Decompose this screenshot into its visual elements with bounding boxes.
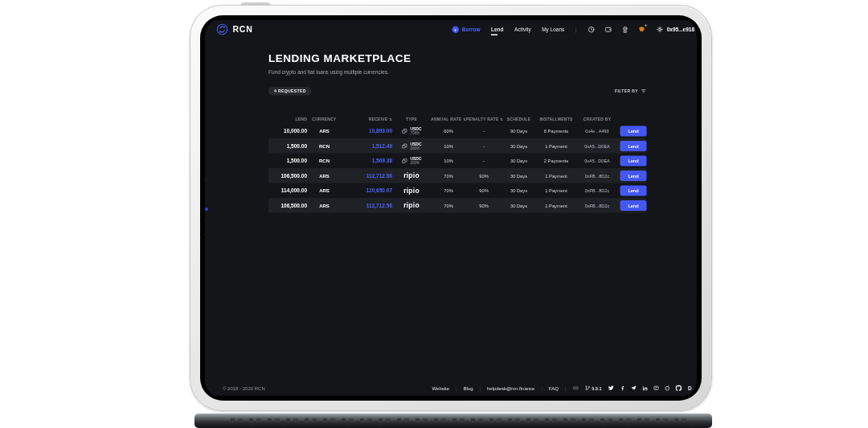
loan-row: 106,500.00 ARS 112,712.56 ripio 70% 90% … <box>268 198 646 213</box>
wallet-icon[interactable] <box>604 26 612 33</box>
tablet-screen: RCN + Borrow Lend Activity My Loans | <box>200 15 702 401</box>
header-currency: CURRENCY <box>307 117 342 121</box>
installments: 2 Payments <box>536 158 576 163</box>
copyright: © 2018 - 2020 RCN <box>223 385 265 391</box>
lend-button[interactable]: Lend <box>620 200 647 211</box>
installments: 1 Payment <box>536 188 576 193</box>
header-lend: LEND <box>268 117 307 121</box>
collateral-type: USDC 200% <box>392 142 431 150</box>
lend-currency: ARS <box>307 128 342 134</box>
created-by-address[interactable]: 0xFB...8D2c <box>576 203 618 208</box>
history-clock-icon[interactable] <box>588 26 595 33</box>
page-title: LENDING MARKETPLACE <box>268 52 646 65</box>
loans-table: LEND CURRENCY RECEIVE TYPE ANNUAL RATE P… <box>268 115 646 213</box>
lend-currency: ARS <box>307 203 342 208</box>
ripio-logo: ripio <box>403 171 420 179</box>
lend-currency: ARS <box>307 173 342 179</box>
table-body: 10,000.00 ARS 10,893.00 USDC 708% 60% - … <box>268 124 646 213</box>
footer-link-faq[interactable]: FAQ <box>549 385 559 391</box>
chat-icon[interactable] <box>653 385 660 392</box>
notification-dot <box>645 25 647 27</box>
footer-separator <box>456 385 457 391</box>
collateral-type: ripio <box>392 171 431 179</box>
device-reflection <box>194 414 712 428</box>
lend-button[interactable]: Lend <box>620 171 647 181</box>
main-content: LENDING MARKETPLACE Fund crypto and fiat… <box>268 52 646 213</box>
lend-amount: 1,500.00 <box>268 158 307 164</box>
penalty-rate: - <box>466 158 502 163</box>
telegram-icon[interactable] <box>631 385 637 392</box>
receive-amount: 1,509.38 <box>342 158 392 164</box>
schedule: 30 Days <box>502 143 536 148</box>
lend-currency: RCN <box>307 143 342 149</box>
penalty-rate: 90% <box>466 188 502 193</box>
header-annual-rate[interactable]: ANNUAL RATE <box>431 117 466 121</box>
lend-amount: 106,500.00 <box>268 203 307 209</box>
created-by-address[interactable]: 0xA5...D0EA <box>576 158 618 163</box>
footer-separator <box>565 385 566 391</box>
requested-count-badge: 4 REQUESTED <box>268 87 312 96</box>
annual-rate: 70% <box>431 203 466 208</box>
created-by-address[interactable]: 0x4e...A493 <box>576 129 618 134</box>
header-penalty-rate[interactable]: PENALTY RATE <box>466 117 502 121</box>
lend-button[interactable]: Lend <box>620 185 647 195</box>
nav-item-borrow[interactable]: + Borrow <box>452 26 480 33</box>
receive-amount: 1,512.49 <box>342 143 392 150</box>
penalty-rate: 90% <box>466 203 502 208</box>
footer-link-website[interactable]: Website <box>432 385 449 391</box>
installments: 1 Payment <box>536 173 576 178</box>
rcn-logo[interactable]: RCN <box>216 23 253 35</box>
twitter-icon[interactable] <box>608 385 615 392</box>
receive-amount: 10,893.00 <box>342 128 392 134</box>
footer-separator <box>480 385 481 391</box>
header-created-by: CREATED BY <box>576 117 618 121</box>
metamask-icon[interactable] <box>638 26 645 33</box>
discourse-icon[interactable]: D <box>687 385 694 392</box>
created-by-address[interactable]: 0xFB...8D2c <box>576 173 618 178</box>
created-by-address[interactable]: 0xA5...D0EA <box>576 143 618 148</box>
schedule: 90 Days <box>502 129 536 134</box>
filter-by-button[interactable]: FILTER BY <box>615 88 646 94</box>
installments: 1 Payment <box>536 203 576 208</box>
annual-rate: 10% <box>431 158 466 163</box>
header-type: TYPE <box>392 117 431 121</box>
nav-item-lend[interactable]: Lend <box>491 27 504 33</box>
wallet-address-chip[interactable]: 0x95...e918 <box>657 26 694 33</box>
lend-button[interactable]: Lend <box>620 126 647 136</box>
loan-row: 1,500.00 RCN 1,512.49 USDC 200% 10% - 30… <box>268 138 646 154</box>
facebook-icon[interactable] <box>620 385 626 392</box>
schedule: 30 Days <box>502 158 536 163</box>
footer-link-helpdesk-email[interactable]: helpdesk@rcn.finance <box>487 385 534 391</box>
penalty-rate: 90% <box>466 173 502 178</box>
reddit-icon[interactable] <box>665 385 671 392</box>
collateral-type: ripio <box>392 201 431 209</box>
github-icon[interactable] <box>676 385 682 392</box>
annual-rate: 60% <box>431 129 466 134</box>
loan-row: 114,000.00 ARS 120,650.07 ripio 70% 90% … <box>268 183 646 199</box>
collateral-type: USDC 708% <box>392 126 431 135</box>
header-receive[interactable]: RECEIVE <box>342 117 392 121</box>
receive-amount: 120,650.07 <box>342 187 392 194</box>
nav-item-activity[interactable]: Activity <box>514 27 531 33</box>
filter-funnel-icon <box>641 88 647 94</box>
footer: © 2018 - 2020 RCN Website Blog helpdesk@… <box>205 385 697 392</box>
loan-row: 106,500.00 ARS 112,712.56 ripio 70% 90% … <box>268 168 646 183</box>
annual-rate: 70% <box>431 188 466 193</box>
withdraw-icon[interactable] <box>621 26 628 33</box>
schedule: 30 Days <box>502 173 536 178</box>
wallet-address: 0x95...e918 <box>667 27 694 33</box>
link-icon[interactable] <box>572 385 579 392</box>
brand-name: RCN <box>233 25 253 35</box>
collateral-ratio: 708% <box>410 131 420 135</box>
installments: 1 Payment <box>536 143 576 148</box>
nav-item-my-loans[interactable]: My Loans <box>542 27 564 33</box>
annual-rate: 10% <box>431 143 466 148</box>
footer-link-blog[interactable]: Blog <box>463 385 473 391</box>
penalty-rate: - <box>466 143 502 148</box>
page-subtitle: Fund crypto and fiat loans using multipl… <box>268 69 646 76</box>
footer-separator <box>541 385 542 391</box>
lend-button[interactable]: Lend <box>620 155 647 166</box>
created-by-address[interactable]: 0xFB...8D2c <box>576 188 618 193</box>
lend-button[interactable]: Lend <box>620 141 647 151</box>
linkedin-icon[interactable] <box>642 385 649 392</box>
